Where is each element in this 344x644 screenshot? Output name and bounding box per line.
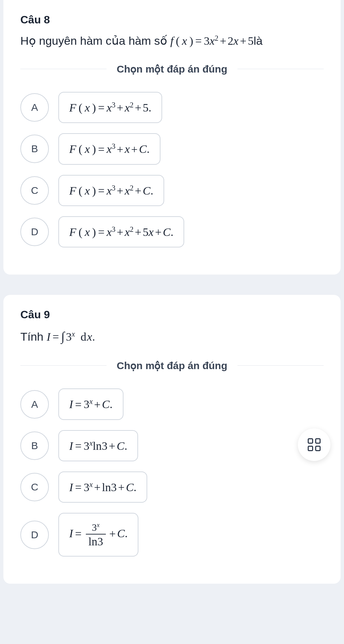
option-c[interactable]: C F ( x )=x3+x2+C. (20, 175, 324, 206)
instruction-text: Chọn một đáp án đúng (107, 360, 237, 371)
option-c-math: I=3x+ln3+C. (69, 480, 136, 494)
option-content-c[interactable]: I=3x+ln3+C. (58, 471, 147, 503)
option-c[interactable]: C I=3x+ln3+C. (20, 471, 324, 503)
option-b[interactable]: B F ( x )=x3+x+C. (20, 133, 324, 164)
option-content-a[interactable]: F ( x )=x3+x2+5. (58, 92, 162, 123)
prompt-prefix: Tính (20, 330, 46, 343)
prompt-prefix: Họ nguyên hàm của hàm số (20, 34, 170, 47)
grid-menu-button[interactable] (298, 428, 330, 461)
option-letter-d[interactable]: D (20, 521, 49, 549)
option-content-b[interactable]: I=3xln3+C. (58, 430, 138, 461)
option-b-math: I=3xln3+C. (69, 439, 127, 452)
grid-icon (308, 438, 321, 451)
option-a-math: I=3x+C. (69, 397, 113, 411)
question-card-8: Câu 8 Họ nguyên hàm của hàm số f ( x )=3… (3, 0, 341, 275)
option-b-math: F ( x )=x3+x+C. (69, 142, 150, 156)
option-content-d[interactable]: F ( x )=x3+x2+5x+C. (58, 216, 184, 247)
option-d[interactable]: D F ( x )=x3+x2+5x+C. (20, 216, 324, 247)
option-letter-a[interactable]: A (20, 390, 49, 419)
divider-line-right (237, 365, 324, 366)
divider-line-right (237, 69, 324, 69)
option-letter-c[interactable]: C (20, 176, 49, 205)
divider-line-left (20, 69, 107, 69)
question-title: Câu 9 (20, 308, 324, 321)
instruction-divider: Chọn một đáp án đúng (20, 360, 324, 371)
option-letter-a[interactable]: A (20, 93, 49, 122)
option-a[interactable]: A I=3x+C. (20, 388, 324, 420)
option-d-math: I=3xln3+C. (69, 522, 128, 548)
instruction-divider: Chọn một đáp án đúng (20, 63, 324, 75)
option-d[interactable]: D I=3xln3+C. (20, 513, 324, 557)
option-a[interactable]: A F ( x )=x3+x2+5. (20, 92, 324, 123)
option-content-b[interactable]: F ( x )=x3+x+C. (58, 133, 160, 164)
prompt-suffix: là (253, 34, 262, 47)
prompt-math: I=∫3x dx. (46, 330, 95, 343)
option-content-c[interactable]: F ( x )=x3+x2+C. (58, 175, 164, 206)
prompt-math: f ( x )=3x2+2x+5 (170, 35, 253, 47)
divider-line-left (20, 365, 107, 366)
question-title: Câu 8 (20, 14, 324, 26)
option-a-math: F ( x )=x3+x2+5. (69, 101, 151, 114)
option-letter-c[interactable]: C (20, 473, 49, 501)
question-prompt: Họ nguyên hàm của hàm số f ( x )=3x2+2x+… (20, 32, 324, 49)
option-content-a[interactable]: I=3x+C. (58, 388, 123, 420)
option-content-d[interactable]: I=3xln3+C. (58, 513, 138, 557)
option-letter-b[interactable]: B (20, 135, 49, 163)
option-b[interactable]: B I=3xln3+C. (20, 430, 324, 461)
question-prompt: Tính I=∫3x dx. (20, 327, 324, 346)
instruction-text: Chọn một đáp án đúng (107, 63, 237, 75)
option-letter-d[interactable]: D (20, 218, 49, 246)
option-d-math: F ( x )=x3+x2+5x+C. (69, 225, 173, 239)
option-c-math: F ( x )=x3+x2+C. (69, 184, 153, 197)
question-card-9: Câu 9 Tính I=∫3x dx. Chọn một đáp án đún… (3, 295, 341, 584)
option-letter-b[interactable]: B (20, 431, 49, 460)
